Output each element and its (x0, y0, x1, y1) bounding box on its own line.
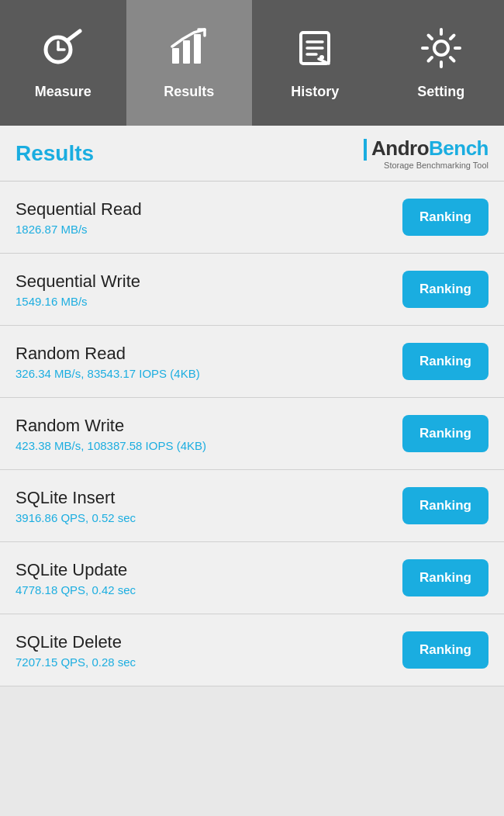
result-row-sqlite-insert: SQLite Insert 3916.86 QPS, 0.52 sec Rank… (0, 470, 504, 542)
ranking-btn-sqlite-insert[interactable]: Ranking (402, 487, 488, 524)
result-row-seq-write: Sequential Write 1549.16 MB/s Ranking (0, 254, 504, 326)
ranking-btn-sqlite-delete[interactable]: Ranking (402, 631, 488, 669)
result-row-rand-write: Random Write 423.38 MB/s, 108387.58 IOPS… (0, 398, 504, 470)
result-info-sqlite-insert: SQLite Insert 3916.86 QPS, 0.52 sec (16, 488, 136, 524)
brand-bench: Bench (429, 137, 488, 160)
result-value-sqlite-insert: 3916.86 QPS, 0.52 sec (16, 511, 136, 524)
tab-measure[interactable]: Measure (0, 0, 126, 126)
result-value-sqlite-delete: 7207.15 QPS, 0.28 sec (16, 655, 136, 669)
tab-measure-label: Measure (35, 84, 91, 100)
svg-point-12 (319, 55, 324, 60)
brand-andro: Andro (371, 137, 429, 160)
result-value-rand-write: 423.38 MB/s, 108387.58 IOPS (4KB) (16, 439, 206, 452)
result-row-sqlite-delete: SQLite Delete 7207.15 QPS, 0.28 sec Rank… (0, 614, 504, 686)
ranking-btn-rand-read[interactable]: Ranking (402, 343, 488, 380)
brand-name: AndroBench (371, 137, 488, 161)
results-list: Sequential Read 1826.87 MB/s Ranking Seq… (0, 182, 504, 686)
result-row-rand-read: Random Read 326.34 MB/s, 83543.17 IOPS (… (0, 326, 504, 398)
ranking-btn-sqlite-update[interactable]: Ranking (402, 559, 488, 596)
svg-line-1 (67, 31, 80, 40)
brand-bar-accent (364, 139, 367, 161)
svg-rect-5 (183, 40, 190, 64)
result-info-seq-read: Sequential Read 1826.87 MB/s (16, 199, 142, 236)
result-info-seq-write: Sequential Write 1549.16 MB/s (16, 271, 140, 308)
tab-history[interactable]: History (252, 0, 378, 126)
result-info-rand-write: Random Write 423.38 MB/s, 108387.58 IOPS… (16, 416, 206, 452)
result-name-seq-read: Sequential Read (16, 199, 142, 220)
brand-logo: AndroBench Storage Benchmarking Tool (364, 137, 488, 170)
result-name-sqlite-delete: SQLite Delete (16, 632, 136, 652)
tab-setting[interactable]: Setting (378, 0, 505, 126)
ranking-btn-seq-write[interactable]: Ranking (402, 271, 488, 308)
result-info-rand-read: Random Read 326.34 MB/s, 83543.17 IOPS (… (16, 344, 200, 380)
tab-bar: Measure Results History (0, 0, 504, 126)
result-name-rand-read: Random Read (16, 344, 200, 364)
page-header: Results AndroBench Storage Benchmarking … (0, 126, 504, 182)
result-name-sqlite-update: SQLite Update (16, 560, 136, 580)
results-icon (167, 26, 211, 76)
measure-icon (41, 26, 85, 76)
tab-results-label: Results (164, 84, 214, 100)
result-name-seq-write: Sequential Write (16, 271, 140, 292)
tab-setting-label: Setting (417, 84, 464, 100)
svg-rect-6 (194, 34, 201, 64)
result-row-sqlite-update: SQLite Update 4778.18 QPS, 0.42 sec Rank… (0, 542, 504, 614)
result-value-rand-read: 326.34 MB/s, 83543.17 IOPS (4KB) (16, 367, 200, 380)
tab-results[interactable]: Results (126, 0, 253, 126)
svg-rect-4 (172, 48, 179, 64)
page-title: Results (16, 141, 94, 166)
result-name-sqlite-insert: SQLite Insert (16, 488, 136, 508)
result-name-rand-write: Random Write (16, 416, 206, 436)
result-info-sqlite-update: SQLite Update 4778.18 QPS, 0.42 sec (16, 560, 136, 596)
setting-icon (419, 26, 463, 76)
result-info-sqlite-delete: SQLite Delete 7207.15 QPS, 0.28 sec (16, 632, 136, 669)
svg-point-13 (434, 41, 448, 55)
history-icon (293, 26, 337, 76)
result-value-seq-write: 1549.16 MB/s (16, 295, 140, 308)
ranking-btn-seq-read[interactable]: Ranking (402, 199, 488, 236)
ranking-btn-rand-write[interactable]: Ranking (402, 415, 488, 452)
tab-history-label: History (291, 84, 339, 100)
result-value-sqlite-update: 4778.18 QPS, 0.42 sec (16, 583, 136, 596)
result-row-seq-read: Sequential Read 1826.87 MB/s Ranking (0, 182, 504, 254)
brand-tagline: Storage Benchmarking Tool (384, 161, 488, 170)
result-value-seq-read: 1826.87 MB/s (16, 223, 142, 236)
